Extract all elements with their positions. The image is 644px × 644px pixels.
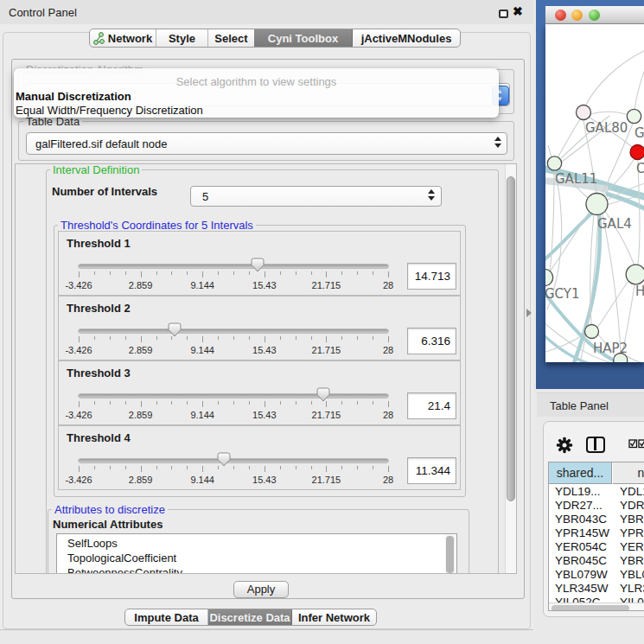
slider-tick <box>373 336 373 340</box>
table-hscrollbar[interactable] <box>549 603 644 611</box>
threshold-slider-thumb[interactable] <box>316 387 330 402</box>
table-cell-shared-name[interactable]: YPR145W <box>555 526 612 540</box>
threshold-slider-track[interactable] <box>79 394 388 398</box>
dropdown-item-manual-discretization[interactable]: Manual Discretization <box>16 90 131 103</box>
tab-infer-network[interactable]: Infer Network <box>292 609 376 625</box>
slider-tick-label: -3.426 <box>65 475 92 485</box>
threshold-value-field[interactable]: 21.4 <box>407 392 456 419</box>
table-cell-name[interactable]: YDL1 <box>620 485 644 499</box>
table-cell-name[interactable]: YBR0 <box>620 554 644 568</box>
apply-button[interactable]: Apply <box>233 581 289 598</box>
table-cell-shared-name[interactable]: YBL079W <box>555 568 612 582</box>
network-edge[interactable] <box>558 119 580 157</box>
control-panel-tabs: Network Style Select Cyni Toolbox jActiv… <box>89 29 461 48</box>
slider-tick-label: 15.43 <box>252 475 277 485</box>
number-of-intervals-spinner[interactable]: 5 <box>190 186 442 207</box>
table-cell-shared-name[interactable]: YBR043C <box>555 513 612 526</box>
network-node[interactable] <box>577 105 591 120</box>
slider-tick <box>202 401 203 407</box>
threshold-value-field[interactable]: 14.713 <box>407 263 456 290</box>
zoom-traffic-light[interactable] <box>589 10 600 21</box>
column-checkboxes-icon[interactable] <box>628 438 644 449</box>
tab-select[interactable]: Select <box>208 29 254 47</box>
table-cell-name[interactable]: YBL0 <box>620 568 644 582</box>
network-edge[interactable] <box>638 161 640 265</box>
slider-tick <box>373 466 373 469</box>
tab-network[interactable]: Network <box>90 29 156 47</box>
slider-tick <box>187 336 188 340</box>
tab-impute-data[interactable]: Impute Data <box>125 609 208 625</box>
table-data-combobox[interactable]: galFiltered.sif default node <box>26 132 507 155</box>
minimize-traffic-light[interactable] <box>571 10 583 21</box>
threshold-value-field[interactable]: 6.316 <box>407 328 456 354</box>
settings-scrollbar-thumb[interactable] <box>507 176 515 501</box>
control-panel-window: Control Panel ✖ Network Style Select Cyn… <box>0 0 533 630</box>
dropdown-item-equal-width[interactable]: Equal Width/Frequency Discretization <box>16 104 203 117</box>
tab-jactivemnodules[interactable]: jActiveMNodules <box>353 29 460 47</box>
close-traffic-light[interactable] <box>555 10 566 21</box>
threshold-slider-track[interactable] <box>79 329 388 333</box>
table-cell-shared-name[interactable]: YER054C <box>555 540 612 554</box>
threshold-slider-track[interactable] <box>79 459 388 462</box>
tab-style-label: Style <box>169 32 195 45</box>
gear-icon[interactable] <box>556 437 573 454</box>
table-hscrollbar-thumb[interactable] <box>552 605 629 611</box>
network-edge[interactable] <box>590 112 628 115</box>
slider-tick <box>249 336 250 340</box>
network-edge[interactable] <box>549 213 589 273</box>
split-columns-icon[interactable] <box>586 437 605 453</box>
network-edge[interactable] <box>627 356 642 362</box>
table-cell-name[interactable]: YLR3 <box>620 582 644 596</box>
table-cell-shared-name[interactable]: YLR345W <box>555 582 612 596</box>
network-node[interactable] <box>627 109 641 123</box>
threshold-slider-thumb[interactable] <box>251 258 265 272</box>
network-edge[interactable] <box>634 67 644 110</box>
tab-style[interactable]: Style <box>156 29 208 47</box>
network-node-label: GA <box>634 125 644 141</box>
network-edge[interactable] <box>550 171 554 273</box>
network-edge[interactable] <box>603 214 621 353</box>
threshold-slider-track[interactable] <box>79 265 388 268</box>
tab-discretize-data[interactable]: Discretize Data <box>208 609 292 625</box>
float-window-icon[interactable] <box>499 10 508 18</box>
close-icon[interactable]: ✖ <box>513 4 523 18</box>
network-node[interactable] <box>547 156 561 170</box>
threshold-value-field[interactable]: 11.344 <box>407 457 456 484</box>
list-item[interactable]: SelfLoops <box>67 537 118 550</box>
column-header-name[interactable]: n <box>613 462 644 484</box>
table-cell-shared-name[interactable]: YDL19... <box>555 485 612 499</box>
split-pane-collapse-icon[interactable] <box>526 309 532 317</box>
slider-tick-label: 21.715 <box>312 475 341 485</box>
tab-cyni-toolbox[interactable]: Cyni Toolbox <box>254 29 353 47</box>
network-node[interactable] <box>585 325 599 339</box>
dropdown-prompt-item[interactable]: Select algorithm to view settings <box>14 75 499 88</box>
slider-tick <box>311 466 312 469</box>
column-header-shared-name[interactable]: shared... <box>549 462 612 484</box>
slider-tick <box>280 336 281 340</box>
network-node[interactable] <box>586 194 608 215</box>
table-cell-name[interactable]: YER0 <box>620 540 644 554</box>
table-cell-name[interactable]: YBR0 <box>620 513 644 526</box>
numerical-attributes-list[interactable]: SelfLoops TopologicalCoefficient Between… <box>56 533 457 574</box>
network-canvas[interactable]: GAL80GACGAL11GAL4GCY1HHAP2 <box>545 24 644 362</box>
tab-discretize-data-label: Discretize Data <box>209 611 290 624</box>
table-cell-shared-name[interactable]: YDR27... <box>555 499 612 513</box>
network-node[interactable] <box>630 145 644 160</box>
list-item[interactable]: BetweennessCentrality <box>67 566 182 574</box>
network-node[interactable] <box>626 265 644 284</box>
threshold-label: Threshold 3 <box>67 367 131 379</box>
slider-tick <box>156 336 157 340</box>
network-edge[interactable] <box>585 50 644 106</box>
network-edge[interactable] <box>597 281 628 328</box>
list-scrollbar[interactable] <box>445 535 456 574</box>
list-item[interactable]: TopologicalCoefficient <box>67 552 176 564</box>
slider-tick <box>388 466 389 472</box>
table-cell-shared-name[interactable]: YBR045C <box>555 554 612 568</box>
table-data-group: Table Data galFiltered.sif default node <box>18 121 514 161</box>
table-cell-name[interactable]: YPR1 <box>620 526 644 540</box>
list-scrollbar-thumb[interactable] <box>446 536 454 573</box>
network-node[interactable] <box>545 269 553 285</box>
table-cell-name[interactable]: YDR2 <box>620 499 644 513</box>
threshold-slider-thumb[interactable] <box>217 452 231 467</box>
threshold-slider-thumb[interactable] <box>168 322 182 337</box>
